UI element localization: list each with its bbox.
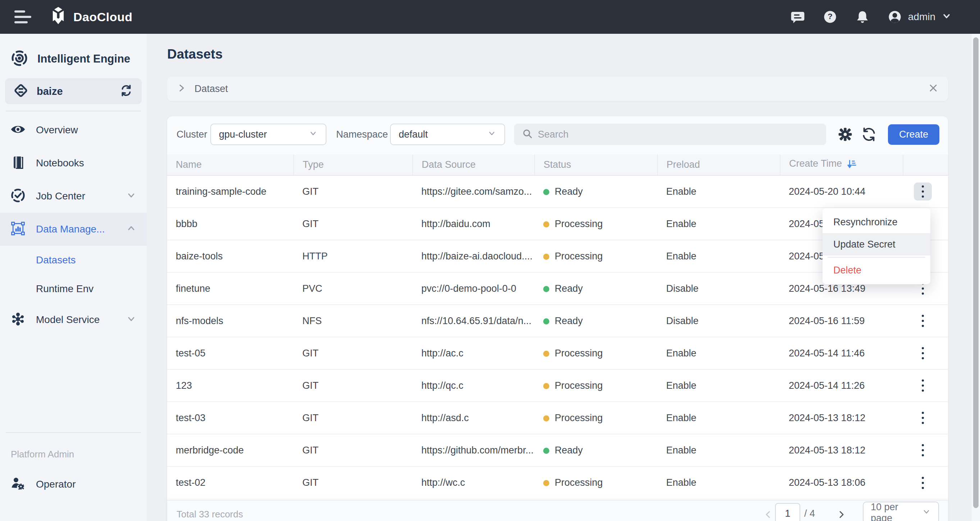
row-actions-button[interactable]	[914, 312, 932, 330]
page-size-select[interactable]: 10 per page	[863, 502, 939, 521]
sidebar: Intelligent Engine baize Overview Notebo…	[0, 34, 147, 521]
close-icon[interactable]	[928, 83, 939, 95]
table-row[interactable]: test-02 GIT http://wc.c Processing Enabl…	[167, 466, 948, 499]
table-row[interactable]: 123 GIT http://qc.c Processing Enable 20…	[167, 369, 948, 402]
username: admin	[908, 11, 935, 23]
menu-divider	[827, 257, 925, 257]
create-button[interactable]: Create	[888, 124, 939, 145]
row-actions-button[interactable]	[914, 474, 932, 492]
cell-type: PVC	[294, 272, 413, 305]
table-row[interactable]: test-03 GIT http://asd.c Processing Enab…	[167, 402, 948, 434]
menu-item-update-secret[interactable]: Update Secret	[822, 233, 931, 256]
search-input[interactable]	[538, 129, 818, 140]
menu-item-resynchronize[interactable]: Resynchronize	[822, 211, 931, 233]
row-actions-button[interactable]	[914, 441, 932, 459]
cell-name: nfs-models	[167, 305, 294, 337]
status-dot	[543, 189, 549, 195]
scrollbar-thumb[interactable]	[973, 37, 978, 508]
menu-item-delete[interactable]: Delete	[822, 259, 931, 281]
cell-status: Processing	[535, 240, 657, 272]
hamburger-menu-icon[interactable]	[14, 10, 32, 23]
top-bar: DaoCloud ? admin	[0, 0, 980, 34]
sidebar-item-notebooks[interactable]: Notebooks	[0, 146, 147, 179]
section-label: Platform Admin	[11, 449, 147, 460]
workspace-selector[interactable]: baize	[5, 78, 142, 104]
table-header-row: Name Type Data Source Status Preload Cre…	[167, 154, 948, 175]
cluster-select[interactable]: gpu-cluster	[210, 124, 326, 145]
row-actions-menu: Resynchronize Update Secret Delete	[822, 208, 931, 284]
search-icon	[522, 128, 533, 140]
sidebar-item-operator[interactable]: Operator	[0, 468, 147, 501]
sidebar-item-data-management[interactable]: Data Manage...	[0, 213, 147, 246]
status-dot	[543, 318, 549, 324]
refresh-icon[interactable]	[860, 126, 878, 143]
cell-name: baize-tools	[167, 240, 294, 272]
data-management-icon	[10, 221, 26, 238]
col-actions	[903, 154, 948, 175]
sidebar-item-overview[interactable]: Overview	[0, 114, 147, 146]
cell-source: http://baidu.com	[413, 208, 535, 240]
switch-workspace-icon[interactable]	[119, 83, 134, 100]
gear-icon[interactable]	[837, 126, 854, 143]
previous-page-icon[interactable]	[761, 507, 775, 521]
cell-preload: Enable	[657, 208, 780, 240]
namespace-label: Namespace	[336, 124, 388, 145]
row-actions-button[interactable]	[914, 376, 932, 394]
total-records: Total 33 records	[177, 509, 243, 520]
page-scrollbar[interactable]	[972, 34, 980, 521]
cell-type: GIT	[294, 466, 413, 499]
cell-status: Processing	[535, 466, 657, 499]
table-row[interactable]: nfs-models NFS nfs://10.64.65.91/data/n.…	[167, 305, 948, 337]
chevron-down-icon	[487, 129, 496, 140]
bell-icon[interactable]	[855, 10, 870, 24]
cell-type: HTTP	[294, 240, 413, 272]
cell-created: 2024-05-14 11:46	[780, 337, 903, 369]
message-icon[interactable]	[790, 10, 805, 24]
table-row[interactable]: test-05 GIT http://ac.c Processing Enabl…	[167, 337, 948, 369]
cell-name: test-03	[167, 402, 294, 434]
sidebar-item-label: Operator	[36, 479, 76, 490]
dataset-expander[interactable]: Dataset	[167, 76, 948, 101]
status-dot	[543, 415, 549, 421]
chevron-down-icon	[941, 11, 952, 23]
cell-status: Ready	[535, 305, 657, 337]
col-create-time[interactable]: Create Time	[780, 154, 903, 175]
sidebar-item-job-center[interactable]: Job Center	[0, 179, 147, 213]
sidebar-subitem-datasets[interactable]: Datasets	[0, 246, 147, 275]
row-actions-button[interactable]	[914, 344, 932, 362]
next-page-icon[interactable]	[834, 507, 848, 521]
sidebar-subitem-runtime-env[interactable]: Runtime Env	[0, 275, 147, 303]
intelligent-engine-icon	[11, 49, 28, 68]
cell-status: Processing	[535, 402, 657, 434]
table-row[interactable]: merbridge-code GIT https://github.com/me…	[167, 434, 948, 466]
table-row[interactable]: training-sample-code GIT https://gitee.c…	[167, 175, 948, 208]
row-actions-button[interactable]	[914, 183, 932, 200]
sidebar-item-label: Job Center	[36, 191, 85, 202]
cell-name: bbbb	[167, 208, 294, 240]
status-dot	[543, 351, 549, 357]
sidebar-divider	[6, 111, 141, 111]
search-box	[514, 124, 826, 145]
sidebar-item-label: Notebooks	[36, 157, 84, 169]
cell-source: pvc://0-demo-pool-0-0	[413, 272, 535, 305]
brand[interactable]: DaoCloud	[48, 6, 133, 28]
help-icon[interactable]: ?	[822, 10, 838, 24]
cell-created: 2024-05-13 18:06	[780, 466, 903, 499]
cell-source: nfs://10.64.65.91/data/n...	[413, 305, 535, 337]
cell-type: GIT	[294, 402, 413, 434]
page-number-input[interactable]	[775, 503, 800, 521]
namespace-select[interactable]: default	[390, 124, 505, 145]
cell-preload: Enable	[657, 434, 780, 466]
row-actions-button[interactable]	[914, 409, 932, 427]
sidebar-item-model-service[interactable]: Model Service	[0, 303, 147, 336]
user-menu[interactable]: admin	[887, 10, 952, 24]
workspace-label: baize	[37, 86, 63, 97]
sort-descending-icon[interactable]	[846, 160, 857, 171]
cell-status: Processing	[535, 369, 657, 402]
model-service-icon	[10, 311, 26, 329]
col-preload: Preload	[657, 154, 780, 175]
cell-type: GIT	[294, 434, 413, 466]
cell-source: http://asd.c	[413, 402, 535, 434]
chevron-down-icon	[126, 190, 137, 202]
cell-preload: Enable	[657, 402, 780, 434]
